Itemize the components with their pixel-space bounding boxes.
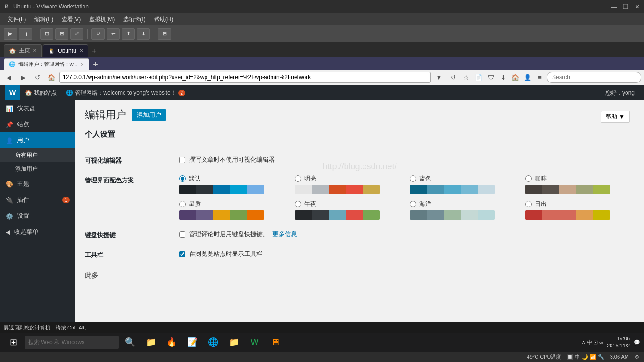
- toolbar-btn-10[interactable]: ⊟: [158, 28, 171, 40]
- taskbar-app-1[interactable]: 🔍: [121, 334, 140, 351]
- browser-nav: ◀ ▶ ↺ 🏠 ▼ ↺ ☆ 📄 🛡 ⬇ 🏠 👤 ≡: [0, 70, 644, 85]
- scheme-sunrise-radio[interactable]: [525, 201, 532, 207]
- toolbar-btn-3[interactable]: ⊡: [40, 28, 53, 40]
- new-browser-tab-button[interactable]: +: [90, 60, 101, 70]
- maximize-btn[interactable]: ❐: [623, 3, 629, 10]
- taskbar-app-5[interactable]: 🌐: [204, 334, 223, 351]
- menu-file[interactable]: 文件(F): [4, 15, 30, 25]
- taskbar-app-7[interactable]: W: [245, 334, 264, 351]
- more-info-link[interactable]: 更多信息: [272, 230, 297, 239]
- sidebar-item-sites[interactable]: 📌 站点: [0, 116, 75, 132]
- greeting-item[interactable]: 您好，yong: [601, 85, 639, 100]
- sidebar-submenu-add-user[interactable]: 添加用户: [0, 162, 75, 176]
- menu-tabs[interactable]: 选项卡(I): [119, 15, 149, 25]
- taskbar-app-6[interactable]: 📁: [224, 334, 243, 351]
- visual-editor-row: 可视化编辑器 撰写文章时不使用可视化编辑器: [85, 150, 635, 170]
- help-button[interactable]: 帮助 ▼: [601, 111, 630, 123]
- toolbar-sep-3: [154, 29, 154, 39]
- vmware-window-controls[interactable]: — ❐ ✕: [611, 3, 640, 10]
- toolbar-btn-6[interactable]: ↺: [91, 28, 105, 40]
- tab-home-close[interactable]: ✕: [33, 48, 37, 53]
- sidebar-submenu-all-users[interactable]: 所有用户: [0, 148, 75, 162]
- swatch-m2: [312, 210, 329, 220]
- status-right: 49°C CPU温度 🔲 中 🌙 📶 🔧 3:06 AM ⚙: [527, 354, 639, 361]
- scheme-light-radio[interactable]: [295, 175, 301, 182]
- sidebar-item-plugins[interactable]: 🔌 插件 1: [0, 192, 75, 208]
- toolbar-checkbox[interactable]: [179, 251, 185, 257]
- dashboard-label: 仪表盘: [17, 104, 35, 113]
- sidebar-item-themes[interactable]: 🎨 主题: [0, 176, 75, 192]
- swatch-s5: [247, 210, 264, 220]
- add-tab-button[interactable]: +: [89, 46, 99, 57]
- settings-icon[interactable]: ⚙: [635, 354, 639, 360]
- swatch-sr4: [576, 210, 593, 220]
- network-icon: 🌐: [66, 90, 73, 96]
- toolbar-btn-1[interactable]: ▶: [4, 28, 17, 40]
- menu-view[interactable]: 查看(V): [58, 15, 84, 25]
- sidebar-item-settings[interactable]: ⚙️ 设置: [0, 208, 75, 224]
- toolbar-btn-2[interactable]: ⏸: [19, 28, 32, 40]
- star-icon[interactable]: ☆: [461, 72, 471, 82]
- keyboard-shortcuts-checkbox[interactable]: [179, 231, 185, 238]
- network-item[interactable]: 🌐 管理网络：welcome to yong's website！ 2: [61, 85, 190, 100]
- menu-help[interactable]: 帮助(H): [150, 15, 177, 25]
- taskbar-app-2[interactable]: 📁: [141, 334, 160, 351]
- go-button[interactable]: ▼: [433, 72, 445, 83]
- toolbar-btn-8[interactable]: ⬆: [122, 28, 135, 40]
- taskbar-notify-icon[interactable]: 💬: [634, 339, 640, 346]
- tab-home[interactable]: 🏠 主页 ✕: [4, 44, 42, 57]
- home-icon2[interactable]: 🏠: [510, 72, 520, 82]
- scheme-blue-name: 蓝色: [419, 174, 431, 183]
- scheme-star-radio[interactable]: [179, 201, 186, 207]
- reader-icon[interactable]: 📄: [473, 72, 484, 82]
- taskbar-app-4[interactable]: 📝: [183, 334, 202, 351]
- browser-active-tab[interactable]: 🌐 编辑用户 ‹ 管理网络：w... ✕: [4, 58, 89, 70]
- sidebar-item-dashboard[interactable]: 📊 仪表盘: [0, 100, 75, 116]
- tab-ubuntu-close[interactable]: ✕: [79, 48, 83, 53]
- scheme-default-radio[interactable]: [179, 175, 186, 182]
- visual-editor-checkbox-row: 撰写文章时不使用可视化编辑器: [179, 156, 635, 164]
- refresh-btn2[interactable]: ↺: [447, 72, 459, 83]
- browser-tab-close[interactable]: ✕: [80, 62, 84, 67]
- menu-edit[interactable]: 编辑(E): [31, 15, 57, 25]
- win-search-input[interactable]: [25, 336, 119, 349]
- visual-editor-checkbox[interactable]: [179, 157, 185, 163]
- toolbar-btn-4[interactable]: ⊞: [55, 28, 68, 40]
- toolbar-sep-1: [36, 29, 36, 39]
- menu-icon[interactable]: ≡: [535, 72, 545, 82]
- start-button[interactable]: ⊞: [4, 334, 23, 351]
- toolbar-checkbox-row: 在浏览览站点时显示工具栏: [179, 250, 635, 258]
- page-title: 编辑用户: [85, 108, 126, 122]
- back-button[interactable]: ◀: [3, 72, 15, 83]
- minimize-btn[interactable]: —: [611, 3, 617, 10]
- close-btn[interactable]: ✕: [635, 3, 640, 10]
- scheme-midnight-radio[interactable]: [295, 201, 301, 207]
- more-section-label: 此多: [85, 272, 635, 280]
- forward-button[interactable]: ▶: [17, 72, 29, 83]
- profile-icon[interactable]: 👤: [522, 72, 533, 82]
- menu-vm[interactable]: 虚拟机(M): [85, 15, 118, 25]
- address-bar[interactable]: [59, 72, 431, 83]
- home-nav-button[interactable]: 🏠: [45, 72, 58, 83]
- scheme-ocean-radio[interactable]: [410, 201, 416, 207]
- taskbar-app-3[interactable]: 🔥: [162, 334, 181, 351]
- shield-icon[interactable]: 🛡: [486, 72, 496, 82]
- taskbar-app-8[interactable]: 🖥: [266, 334, 285, 351]
- scheme-midnight-label: 午夜: [295, 200, 405, 208]
- scheme-sunrise-swatch: [525, 210, 610, 220]
- download-icon[interactable]: ⬇: [498, 72, 508, 82]
- sidebar-item-users[interactable]: 👤 用户: [0, 132, 75, 148]
- my-sites-item[interactable]: 🏠 我的站点: [20, 85, 61, 100]
- toolbar-btn-5[interactable]: ⤢: [70, 28, 83, 40]
- search-input[interactable]: [547, 72, 641, 83]
- scheme-coffee-radio[interactable]: [525, 175, 532, 182]
- add-user-button[interactable]: 添加用户: [132, 109, 166, 121]
- tab-ubuntu[interactable]: 🐧 Ubuntu ✕: [43, 44, 88, 57]
- toolbar-btn-9[interactable]: ⬇: [137, 28, 150, 40]
- browser-tab-icon: 🌐: [9, 61, 16, 67]
- wp-logo-item[interactable]: W: [5, 85, 20, 100]
- sidebar-item-collapse[interactable]: ◀ 收起菜单: [0, 224, 75, 240]
- scheme-blue-radio[interactable]: [410, 175, 416, 182]
- refresh-button[interactable]: ↺: [31, 72, 43, 83]
- toolbar-btn-7[interactable]: ↩: [107, 28, 120, 40]
